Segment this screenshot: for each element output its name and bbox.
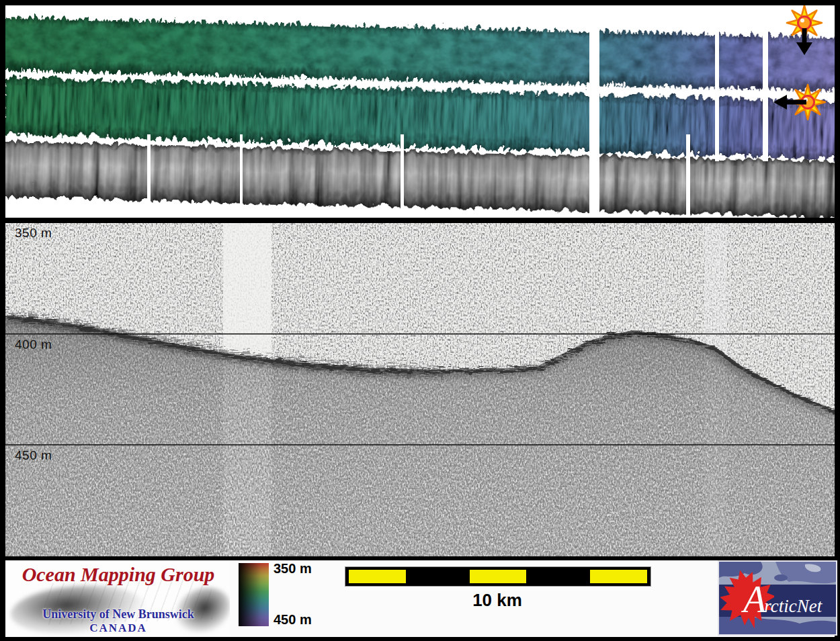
scale-bar-segment [590,570,647,583]
echogram-panel: 350 m 400 m 450 m [5,223,835,556]
swath-graphics [5,5,835,218]
scale-bar-segment [530,567,587,586]
figure-root: 350 m 400 m 450 m Ocean Mapping Group Un… [0,0,840,641]
depth-label-450: 450 m [15,448,52,463]
depth-label-350: 350 m [15,226,52,241]
scale-bar-segment [470,570,527,583]
colorbar-top-label: 350 m [274,561,312,576]
footer-bar: Ocean Mapping Group University of New Br… [5,560,835,637]
scale-bar-segment [349,570,406,583]
depth-colorbar [239,563,269,626]
colorbar-bottom-label: 450 m [274,612,312,628]
arcticnet-logo: ArcticNet [718,560,837,636]
scale-bar-segment [409,567,466,586]
scale-bar [345,566,651,587]
bathymetry-strip-1 [5,15,835,89]
omg-logo: Ocean Mapping Group University of New Br… [7,562,230,636]
arcticnet-wordmark: ArcticNet [743,584,837,622]
echogram-graphics [5,223,835,556]
omg-university-text: University of New Brunswick [7,607,230,622]
omg-country-text: CANADA [7,622,230,635]
swath-panel [5,5,835,218]
omg-title: Ocean Mapping Group [7,563,230,586]
scale-bar-label: 10 km [345,590,650,611]
depth-label-400: 400 m [15,337,52,352]
